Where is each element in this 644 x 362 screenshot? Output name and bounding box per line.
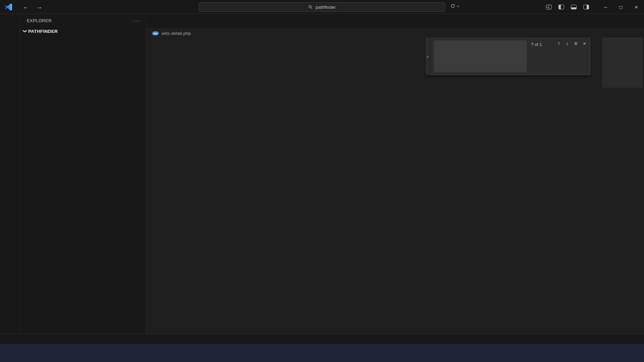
php-file-icon: php (152, 31, 159, 36)
tab-bar (146, 14, 644, 29)
find-result-count: ? of 1 (531, 42, 542, 47)
back-arrow-icon[interactable]: ← (23, 4, 29, 10)
layout-grid-icon[interactable] (546, 5, 552, 9)
previous-match-icon[interactable]: ↑ (557, 41, 560, 47)
activity-bar (0, 14, 20, 334)
refresh-icon (450, 3, 455, 9)
breadcrumb-file: ielts-detail.php (162, 31, 191, 36)
find-in-selection-icon[interactable]: ≡ (574, 41, 577, 47)
titlebar-refresh-action[interactable] (450, 3, 460, 9)
code-editor[interactable]: › ? of 1 ↑ ↓ ≡ × (146, 38, 644, 334)
find-nav: ↑ ↓ ≡ × (557, 41, 586, 47)
minimize-button[interactable]: ─ (598, 0, 613, 14)
explorer-more-actions[interactable]: ··· (133, 18, 140, 23)
minimap[interactable] (603, 38, 641, 138)
forward-arrow-icon[interactable]: → (37, 4, 42, 10)
editor-group: php ielts-detail.php › ? of 1 ↑ ↓ ≡ × (146, 14, 644, 334)
explorer-sidebar: EXPLORER ··· ❯ PATHFINDER (20, 14, 146, 334)
chevron-down-icon (456, 4, 460, 8)
status-bar (0, 334, 644, 344)
breadcrumb[interactable]: php ielts-detail.php (146, 29, 644, 38)
toggle-sidebar-icon[interactable] (558, 5, 564, 9)
toggle-replace-chevron[interactable]: › (425, 38, 430, 75)
history-nav: ← → (23, 4, 42, 10)
toggle-secondary-sidebar-icon[interactable] (583, 5, 589, 9)
minimap-slider[interactable] (602, 38, 643, 88)
windows-taskbar (0, 344, 644, 362)
find-widget: › ? of 1 ↑ ↓ ≡ × (425, 38, 590, 75)
titlebar: ← → pathfinder ─ ◻ ✕ (0, 0, 644, 14)
close-icon[interactable]: × (583, 41, 586, 47)
workspace-root[interactable]: ❯ PATHFINDER (20, 27, 146, 36)
toggle-panel-icon[interactable] (571, 5, 577, 9)
search-icon (308, 5, 313, 9)
chevron-down-icon: ❯ (23, 28, 28, 34)
close-button[interactable]: ✕ (629, 0, 644, 14)
search-value: pathfinder (316, 5, 336, 10)
vscode-logo (5, 3, 13, 11)
next-match-icon[interactable]: ↓ (566, 41, 569, 47)
command-center-search[interactable]: pathfinder (199, 2, 445, 12)
explorer-title: EXPLORER (27, 18, 52, 23)
maximize-button[interactable]: ◻ (613, 0, 629, 14)
find-input[interactable] (434, 40, 527, 72)
